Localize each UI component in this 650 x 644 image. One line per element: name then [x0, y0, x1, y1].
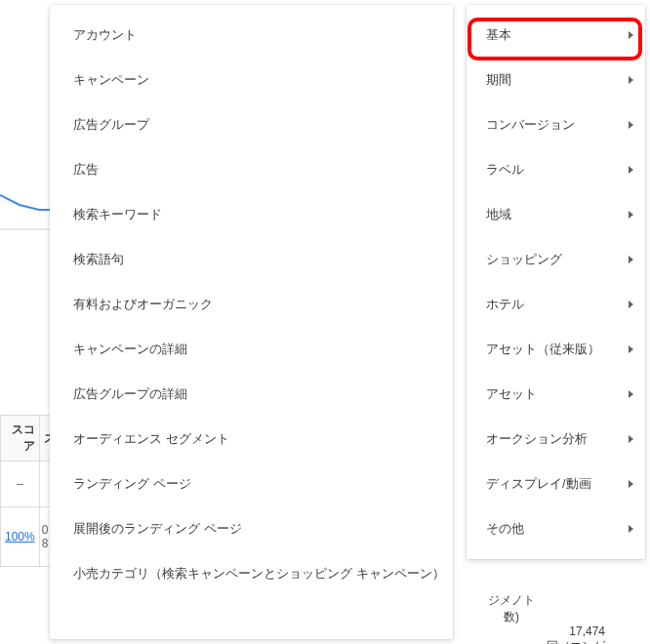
- bg-td-link: 100%: [1, 507, 40, 567]
- submenu-basic[interactable]: 基本: [467, 13, 645, 58]
- submenu-label[interactable]: ラベル: [467, 147, 645, 192]
- submenu-label: 期間: [486, 71, 511, 89]
- submenu-label: 基本: [486, 26, 511, 44]
- submenu-label: ラベル: [486, 161, 524, 179]
- chevron-right-icon: [629, 435, 633, 443]
- submenu-other[interactable]: その他: [467, 506, 645, 551]
- menu-item-audience-segment[interactable]: オーディエンス セグメント: [50, 417, 453, 462]
- submenu-region[interactable]: 地域: [467, 192, 645, 237]
- submenu-label: その他: [486, 520, 524, 538]
- submenu-label: コンバージョン: [486, 116, 575, 134]
- menu-item-account[interactable]: アカウント: [50, 13, 453, 58]
- submenu-asset[interactable]: アセット: [467, 372, 645, 417]
- report-type-menu: アカウント キャンペーン 広告グループ 広告 検索キーワード 検索語句 有料およ…: [50, 5, 453, 639]
- bg-td-dash: –: [1, 462, 40, 507]
- chevron-right-icon: [629, 166, 633, 174]
- submenu-asset-legacy[interactable]: アセット（従来版）: [467, 327, 645, 372]
- submenu-conversion[interactable]: コンバージョン: [467, 102, 645, 147]
- menu-item-ad[interactable]: 広告: [50, 147, 453, 192]
- chevron-right-icon: [629, 390, 633, 398]
- chevron-right-icon: [629, 256, 633, 263]
- submenu-label: アセット: [486, 385, 537, 403]
- chevron-right-icon: [629, 76, 633, 84]
- submenu-label: ディスプレイ/動画: [486, 475, 591, 493]
- submenu-display-video[interactable]: ディスプレイ/動画: [467, 462, 645, 506]
- chevron-right-icon: [629, 31, 633, 39]
- menu-item-paid-organic[interactable]: 有料およびオーガニック: [50, 282, 453, 327]
- menu-item-search-term[interactable]: 検索語句: [50, 237, 453, 282]
- menu-item-landing-page[interactable]: ランディング ページ: [50, 462, 453, 506]
- chevron-right-icon: [629, 480, 633, 488]
- submenu-period[interactable]: 期間: [467, 58, 645, 102]
- menu-item-ad-group[interactable]: 広告グループ: [50, 102, 453, 147]
- chevron-right-icon: [629, 525, 633, 533]
- background-value-fragment: 17,474 回（エンゲ: [547, 624, 605, 644]
- bg-th-score: スコア: [1, 416, 40, 462]
- column-set-menu: 基本 期間 コンバージョン ラベル 地域 ショッピング ホテル アセット（従来版…: [467, 5, 645, 559]
- submenu-label: 地域: [486, 206, 511, 223]
- submenu-label: ホテル: [486, 296, 524, 313]
- submenu-hotel[interactable]: ホテル: [467, 282, 645, 327]
- submenu-label: アセット（従来版）: [486, 341, 600, 358]
- chevron-right-icon: [629, 345, 633, 353]
- chevron-right-icon: [629, 301, 633, 308]
- background-text-fragment: ジメノト 数): [488, 592, 535, 625]
- chevron-right-icon: [629, 211, 633, 219]
- score-link[interactable]: 100%: [5, 530, 35, 543]
- submenu-auction-analysis[interactable]: オークション分析: [467, 417, 645, 462]
- submenu-shopping[interactable]: ショッピング: [467, 237, 645, 282]
- submenu-label: オークション分析: [486, 430, 588, 448]
- menu-item-campaign[interactable]: キャンペーン: [50, 58, 453, 102]
- menu-item-adgroup-detail[interactable]: 広告グループの詳細: [50, 372, 453, 417]
- menu-item-retail-category[interactable]: 小売カテゴリ（検索キャンペーンとショッピング キャンペーン）: [50, 551, 453, 596]
- submenu-label: ショッピング: [486, 251, 562, 268]
- chevron-right-icon: [629, 121, 633, 129]
- menu-item-campaign-detail[interactable]: キャンペーンの詳細: [50, 327, 453, 372]
- menu-item-search-keyword[interactable]: 検索キーワード: [50, 192, 453, 237]
- menu-item-expanded-landing-page[interactable]: 展開後のランディング ページ: [50, 506, 453, 551]
